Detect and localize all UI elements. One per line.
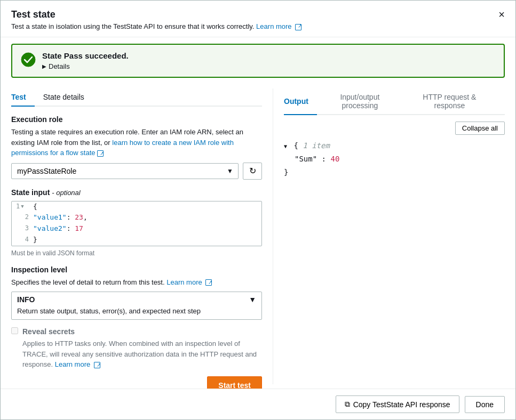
- reveal-secrets-section: Reveal secrets Applies to HTTP tasks onl…: [11, 326, 262, 370]
- close-button[interactable]: ×: [498, 9, 505, 20]
- tab-test[interactable]: Test: [11, 88, 35, 106]
- modal-body: Test State details Execution role Testin…: [1, 84, 515, 389]
- json-output-line-open: ▼ { 1 item: [284, 139, 505, 152]
- panel-divider: [273, 88, 273, 384]
- role-select[interactable]: myPassStateRole: [11, 163, 239, 179]
- execution-role-desc: Testing a state requires an execution ro…: [11, 127, 262, 158]
- reveal-secrets-checkbox[interactable]: [11, 327, 18, 334]
- tab-http-request-response[interactable]: HTTP request & response: [411, 88, 496, 114]
- copy-label: Copy TestState API response: [353, 400, 450, 409]
- success-text: State Pass succeeded. ▶ Details: [42, 51, 129, 70]
- copy-teststate-api-response-button[interactable]: ⧉ Copy TestState API response: [336, 395, 459, 413]
- start-test-button[interactable]: Start test: [207, 376, 262, 389]
- modal-header-left: Test state Test a state in isolation usi…: [11, 9, 301, 30]
- state-input-label: State input - optional: [11, 188, 262, 197]
- collapse-arrow-icon: ▼: [21, 203, 23, 210]
- details-arrow-icon: ▶: [42, 63, 46, 69]
- inspection-learn-more-link[interactable]: Learn more: [166, 278, 202, 286]
- tab-state-details[interactable]: State details: [43, 88, 93, 106]
- refresh-button[interactable]: ↻: [243, 163, 262, 180]
- modal-subtitle-text: Test a state in isolation using the Test…: [11, 22, 254, 30]
- json-brace-open: {: [293, 141, 303, 150]
- refresh-icon: ↻: [249, 166, 256, 176]
- learn-more-link[interactable]: Learn more: [256, 22, 291, 30]
- json-sum-key: "Sum": [295, 155, 317, 163]
- iam-link-external-icon: [97, 150, 104, 157]
- execution-role-title: Execution role: [11, 115, 262, 124]
- inspection-dropdown-arrow-icon: ▼: [249, 295, 256, 304]
- state-input-section: State input - optional 1 ▼ {: [11, 188, 262, 265]
- reveal-secrets-external-icon: [94, 362, 100, 368]
- success-banner: State Pass succeeded. ▶ Details: [11, 44, 505, 78]
- output-header: Collapse all: [284, 122, 505, 135]
- inspection-select[interactable]: INFO ▼ Return state output, status, erro…: [11, 292, 262, 320]
- left-tabs: Test State details: [11, 88, 262, 107]
- json-item-count: 1 item: [303, 141, 330, 150]
- inspection-selected-desc: Return state output, status, error(s), a…: [12, 307, 261, 319]
- code-line-1: 1 ▼ {: [12, 201, 261, 213]
- copy-icon: ⧉: [345, 400, 350, 409]
- execution-role-section: Execution role Testing a state requires …: [11, 115, 262, 188]
- learn-more-external-icon: [295, 24, 301, 30]
- code-line-4: 4 }: [12, 235, 261, 246]
- reveal-secrets-text: Reveal secrets Applies to HTTP tasks onl…: [22, 326, 262, 370]
- json-output: ▼ { 1 item "Sum" : 40 }: [284, 139, 505, 180]
- inspection-select-top: INFO ▼: [12, 292, 261, 307]
- inspection-learn-more-icon: [205, 279, 212, 286]
- tab-output[interactable]: Output: [284, 88, 317, 114]
- code-line-2: 2 "value1": 23,: [12, 212, 261, 223]
- role-select-wrapper: myPassStateRole ▼: [11, 163, 239, 179]
- svg-point-0: [21, 53, 35, 67]
- success-title: State Pass succeeded.: [42, 51, 129, 60]
- reveal-secrets-label: Reveal secrets: [22, 326, 262, 337]
- tab-input-output-processing[interactable]: Input/output processing: [326, 88, 403, 114]
- reveal-secrets-learn-more-link[interactable]: Learn more: [55, 360, 90, 368]
- json-output-line-close: }: [284, 166, 505, 179]
- details-label: Details: [49, 62, 70, 70]
- inspection-level-desc: Specifies the level of detail to return …: [11, 277, 262, 288]
- state-input-editor[interactable]: 1 ▼ { 2 "value1": 23, 3: [11, 201, 262, 246]
- json-output-kv-line: "Sum" : 40: [284, 152, 505, 166]
- modal-footer: ⧉ Copy TestState API response Done: [1, 389, 515, 419]
- code-line-3: 3 "value2": 17: [12, 223, 261, 235]
- left-panel: Test State details Execution role Testin…: [11, 84, 262, 389]
- json-colon: :: [322, 155, 331, 163]
- modal-container: Test state Test a state in isolation usi…: [0, 0, 516, 420]
- inspection-selected-label: INFO: [17, 295, 35, 304]
- inspection-level-title: Inspection level: [11, 265, 262, 274]
- success-icon: [21, 52, 36, 67]
- right-panel: Output Input/output processing HTTP requ…: [284, 84, 505, 389]
- json-expand-arrow-icon[interactable]: ▼: [284, 143, 287, 149]
- json-brace-close: }: [284, 168, 288, 176]
- output-tabs: Output Input/output processing HTTP requ…: [284, 88, 505, 115]
- modal-title: Test state: [11, 9, 301, 20]
- modal-subtitle: Test a state in isolation using the Test…: [11, 22, 301, 30]
- done-button[interactable]: Done: [465, 396, 505, 413]
- details-toggle[interactable]: ▶ Details: [42, 62, 70, 70]
- role-row: myPassStateRole ▼ ↻: [11, 163, 262, 180]
- json-sum-value: 40: [330, 155, 339, 163]
- collapse-all-button[interactable]: Collapse all: [455, 122, 505, 135]
- modal-header: Test state Test a state in isolation usi…: [1, 1, 515, 37]
- inspection-level-section: Inspection level Specifies the level of …: [11, 265, 262, 320]
- json-hint: Must be in valid JSON format: [11, 249, 262, 257]
